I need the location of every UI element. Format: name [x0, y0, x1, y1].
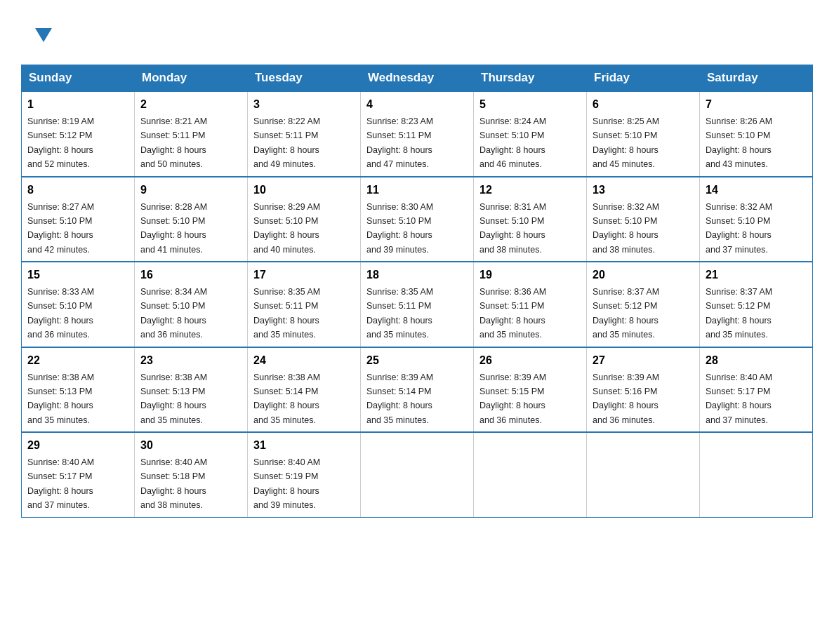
day-number: 26 — [479, 352, 581, 369]
day-number: 30 — [140, 437, 241, 454]
day-info: Sunrise: 8:29 AMSunset: 5:10 PMDaylight:… — [253, 202, 320, 255]
day-info: Sunrise: 8:26 AMSunset: 5:10 PMDaylight:… — [706, 116, 772, 169]
day-number: 2 — [140, 96, 241, 113]
calendar-header-tuesday: Tuesday — [248, 65, 361, 92]
calendar-cell: 14 Sunrise: 8:32 AMSunset: 5:10 PMDaylig… — [700, 177, 813, 262]
day-number: 25 — [366, 352, 468, 369]
day-number: 13 — [593, 182, 694, 199]
day-info: Sunrise: 8:35 AMSunset: 5:11 PMDaylight:… — [366, 287, 433, 340]
day-info: Sunrise: 8:23 AMSunset: 5:11 PMDaylight:… — [366, 116, 433, 169]
calendar-cell — [474, 432, 587, 517]
day-info: Sunrise: 8:39 AMSunset: 5:14 PMDaylight:… — [366, 373, 433, 425]
day-number: 22 — [27, 352, 128, 369]
day-number: 3 — [253, 96, 355, 113]
calendar-cell: 24 Sunrise: 8:38 AMSunset: 5:14 PMDaylig… — [248, 347, 361, 433]
calendar-cell: 31 Sunrise: 8:40 AMSunset: 5:19 PMDaylig… — [248, 432, 361, 517]
day-number: 1 — [27, 96, 128, 113]
calendar-cell: 4 Sunrise: 8:23 AMSunset: 5:11 PMDayligh… — [361, 91, 474, 177]
logo — [21, 14, 59, 51]
day-number: 31 — [253, 437, 355, 454]
calendar-cell: 25 Sunrise: 8:39 AMSunset: 5:14 PMDaylig… — [361, 347, 474, 433]
day-number: 15 — [27, 267, 128, 283]
calendar-cell: 18 Sunrise: 8:35 AMSunset: 5:11 PMDaylig… — [361, 262, 474, 347]
day-info: Sunrise: 8:35 AMSunset: 5:11 PMDaylight:… — [253, 287, 320, 340]
calendar-cell: 3 Sunrise: 8:22 AMSunset: 5:11 PMDayligh… — [248, 91, 361, 177]
day-info: Sunrise: 8:24 AMSunset: 5:10 PMDaylight:… — [479, 116, 546, 169]
day-info: Sunrise: 8:32 AMSunset: 5:10 PMDaylight:… — [706, 202, 772, 255]
day-number: 27 — [593, 352, 694, 369]
calendar-cell: 23 Sunrise: 8:38 AMSunset: 5:13 PMDaylig… — [135, 347, 248, 433]
day-info: Sunrise: 8:31 AMSunset: 5:10 PMDaylight:… — [479, 202, 546, 255]
calendar-cell — [587, 432, 700, 517]
day-info: Sunrise: 8:25 AMSunset: 5:10 PMDaylight:… — [593, 116, 659, 169]
calendar-cell: 29 Sunrise: 8:40 AMSunset: 5:17 PMDaylig… — [22, 432, 135, 517]
logo-icon — [21, 15, 55, 52]
day-number: 17 — [253, 267, 355, 283]
day-info: Sunrise: 8:32 AMSunset: 5:10 PMDaylight:… — [593, 202, 659, 255]
day-number: 24 — [253, 352, 355, 369]
day-info: Sunrise: 8:39 AMSunset: 5:15 PMDaylight:… — [479, 373, 546, 425]
calendar-cell: 5 Sunrise: 8:24 AMSunset: 5:10 PMDayligh… — [474, 91, 587, 177]
calendar-cell: 1 Sunrise: 8:19 AMSunset: 5:12 PMDayligh… — [22, 91, 135, 177]
calendar-cell: 9 Sunrise: 8:28 AMSunset: 5:10 PMDayligh… — [135, 177, 248, 262]
day-info: Sunrise: 8:39 AMSunset: 5:16 PMDaylight:… — [593, 373, 659, 425]
day-info: Sunrise: 8:27 AMSunset: 5:10 PMDaylight:… — [27, 202, 94, 255]
day-number: 14 — [706, 182, 807, 199]
day-number: 12 — [479, 182, 581, 199]
calendar-cell: 2 Sunrise: 8:21 AMSunset: 5:11 PMDayligh… — [135, 91, 248, 177]
calendar-week-row: 29 Sunrise: 8:40 AMSunset: 5:17 PMDaylig… — [22, 432, 813, 517]
day-info: Sunrise: 8:19 AMSunset: 5:12 PMDaylight:… — [27, 116, 94, 169]
calendar-cell: 30 Sunrise: 8:40 AMSunset: 5:18 PMDaylig… — [135, 432, 248, 517]
calendar-cell: 16 Sunrise: 8:34 AMSunset: 5:10 PMDaylig… — [135, 262, 248, 347]
calendar-cell: 13 Sunrise: 8:32 AMSunset: 5:10 PMDaylig… — [587, 177, 700, 262]
calendar-week-row: 8 Sunrise: 8:27 AMSunset: 5:10 PMDayligh… — [22, 177, 813, 262]
calendar-cell: 27 Sunrise: 8:39 AMSunset: 5:16 PMDaylig… — [587, 347, 700, 433]
day-number: 19 — [479, 267, 581, 283]
day-info: Sunrise: 8:38 AMSunset: 5:14 PMDaylight:… — [253, 373, 320, 425]
day-info: Sunrise: 8:40 AMSunset: 5:19 PMDaylight:… — [253, 457, 320, 510]
calendar-table: SundayMondayTuesdayWednesdayThursdayFrid… — [21, 65, 813, 518]
calendar-header-sunday: Sunday — [22, 65, 135, 92]
calendar-cell: 21 Sunrise: 8:37 AMSunset: 5:12 PMDaylig… — [700, 262, 813, 347]
calendar-cell: 8 Sunrise: 8:27 AMSunset: 5:10 PMDayligh… — [22, 177, 135, 262]
day-number: 18 — [366, 267, 468, 283]
calendar-header-saturday: Saturday — [700, 65, 813, 92]
day-info: Sunrise: 8:37 AMSunset: 5:12 PMDaylight:… — [706, 287, 772, 340]
day-number: 20 — [593, 267, 694, 283]
day-number: 9 — [140, 182, 241, 199]
day-info: Sunrise: 8:37 AMSunset: 5:12 PMDaylight:… — [593, 287, 659, 340]
svg-marker-2 — [35, 28, 52, 42]
day-info: Sunrise: 8:36 AMSunset: 5:11 PMDaylight:… — [479, 287, 546, 340]
day-info: Sunrise: 8:38 AMSunset: 5:13 PMDaylight:… — [140, 373, 207, 425]
day-number: 16 — [140, 267, 241, 283]
calendar-header-friday: Friday — [587, 65, 700, 92]
day-number: 29 — [27, 437, 128, 454]
day-number: 4 — [366, 96, 468, 113]
page-header — [21, 14, 813, 51]
calendar-week-row: 15 Sunrise: 8:33 AMSunset: 5:10 PMDaylig… — [22, 262, 813, 347]
calendar-cell — [700, 432, 813, 517]
calendar-week-row: 1 Sunrise: 8:19 AMSunset: 5:12 PMDayligh… — [22, 91, 813, 177]
calendar-week-row: 22 Sunrise: 8:38 AMSunset: 5:13 PMDaylig… — [22, 347, 813, 433]
day-info: Sunrise: 8:28 AMSunset: 5:10 PMDaylight:… — [140, 202, 207, 255]
calendar-cell — [361, 432, 474, 517]
day-info: Sunrise: 8:21 AMSunset: 5:11 PMDaylight:… — [140, 116, 207, 169]
day-number: 7 — [706, 96, 807, 113]
day-number: 6 — [593, 96, 694, 113]
calendar-cell: 11 Sunrise: 8:30 AMSunset: 5:10 PMDaylig… — [361, 177, 474, 262]
calendar-header-monday: Monday — [135, 65, 248, 92]
day-number: 10 — [253, 182, 355, 199]
calendar-cell: 7 Sunrise: 8:26 AMSunset: 5:10 PMDayligh… — [700, 91, 813, 177]
calendar-cell: 15 Sunrise: 8:33 AMSunset: 5:10 PMDaylig… — [22, 262, 135, 347]
calendar-cell: 12 Sunrise: 8:31 AMSunset: 5:10 PMDaylig… — [474, 177, 587, 262]
day-number: 23 — [140, 352, 241, 369]
day-info: Sunrise: 8:38 AMSunset: 5:13 PMDaylight:… — [27, 373, 94, 425]
calendar-header-wednesday: Wednesday — [361, 65, 474, 92]
day-info: Sunrise: 8:40 AMSunset: 5:17 PMDaylight:… — [706, 373, 772, 425]
day-info: Sunrise: 8:30 AMSunset: 5:10 PMDaylight:… — [366, 202, 433, 255]
calendar-header-row: SundayMondayTuesdayWednesdayThursdayFrid… — [22, 65, 813, 92]
day-number: 5 — [479, 96, 581, 113]
calendar-cell: 6 Sunrise: 8:25 AMSunset: 5:10 PMDayligh… — [587, 91, 700, 177]
day-info: Sunrise: 8:40 AMSunset: 5:17 PMDaylight:… — [27, 457, 94, 510]
calendar-cell: 20 Sunrise: 8:37 AMSunset: 5:12 PMDaylig… — [587, 262, 700, 347]
